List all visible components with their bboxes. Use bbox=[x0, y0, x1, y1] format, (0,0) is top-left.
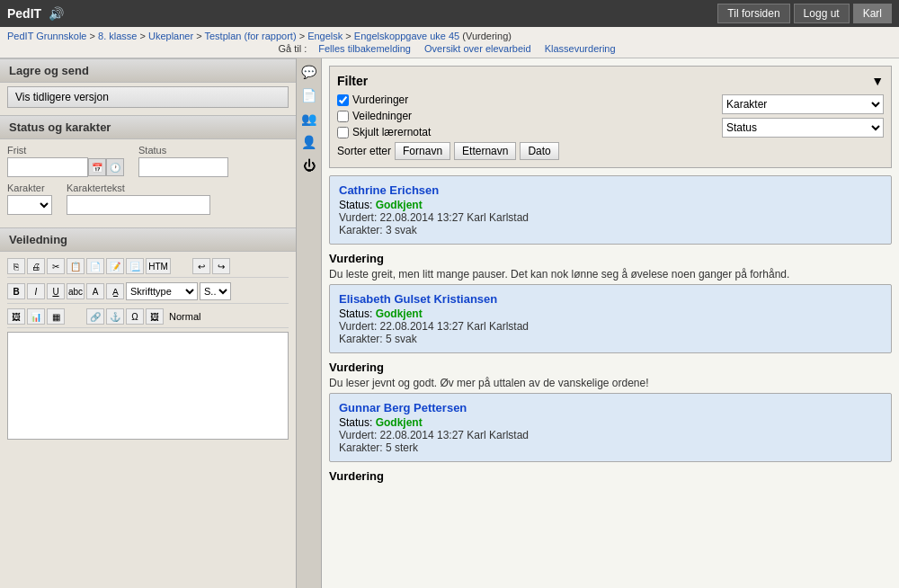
til-forsiden-button[interactable]: Til forsiden bbox=[717, 4, 789, 23]
student-karakter: Karakter: 5 svak bbox=[339, 333, 882, 345]
student-vurdert: Vurdert: 22.08.2014 13:27 Karl Karlstad bbox=[339, 211, 882, 224]
frist-input[interactable] bbox=[7, 157, 88, 177]
tb-spacer2 bbox=[67, 308, 85, 325]
status-input[interactable]: Levert bbox=[138, 157, 228, 177]
student-card: Gunnar Berg Pettersen Status: Godkjent V… bbox=[329, 393, 892, 462]
sort-dato-button[interactable]: Dato bbox=[520, 142, 558, 160]
lagre-og-send-header: Lagre og send bbox=[0, 58, 296, 83]
veiledninger-checkbox[interactable] bbox=[337, 111, 349, 122]
breadcrumb-link-ukeplaner[interactable]: Ukeplaner bbox=[148, 31, 193, 41]
vurderinger-checkbox[interactable] bbox=[337, 94, 349, 106]
veiledning-editor[interactable] bbox=[7, 332, 289, 440]
vis-tidligere-versjon-button[interactable]: Vis tidligere versjon bbox=[7, 86, 289, 108]
goto-klasse[interactable]: Klassevurdering bbox=[545, 43, 616, 54]
clock-icon[interactable]: 🕐 bbox=[106, 158, 124, 176]
tb-special[interactable]: Ω bbox=[126, 308, 144, 325]
student-list: Cathrine Erichsen Status: Godkjent Vurde… bbox=[329, 175, 892, 483]
people-icon[interactable]: 👥 bbox=[299, 109, 319, 129]
app-logo: PedIT bbox=[7, 6, 41, 21]
topbar: PedIT 🔊 Til forsiden Logg ut Karl bbox=[0, 0, 899, 27]
karakter-select[interactable] bbox=[7, 195, 52, 215]
breadcrumb-link-klasse[interactable]: 8. klasse bbox=[98, 31, 137, 41]
chat-icon[interactable]: 💬 bbox=[299, 62, 319, 82]
sort-etternavn-button[interactable]: Etternavn bbox=[454, 142, 516, 160]
breadcrumb-path: PedIT Grunnskole > 8. klasse > Ukeplaner… bbox=[7, 31, 892, 41]
tb-paste3[interactable]: 📃 bbox=[126, 258, 144, 274]
frist-label: Frist bbox=[7, 145, 124, 156]
student-card: Elisabeth Gulset Kristiansen Status: God… bbox=[329, 284, 892, 353]
vurdering-label: Vurdering bbox=[329, 252, 892, 265]
breadcrumb-link-oppgave[interactable]: Engelskoppgave uke 45 bbox=[354, 31, 459, 41]
tb-redo[interactable]: ↪ bbox=[212, 258, 230, 274]
tb-bgcolor[interactable]: A̲ bbox=[106, 283, 124, 299]
karakter-filter-select[interactable]: Karakter bbox=[722, 94, 884, 114]
speaker-icon[interactable]: 🔊 bbox=[49, 6, 64, 21]
status-filter-select[interactable]: Status bbox=[722, 118, 884, 138]
filter-options-row: Vurderinger Veiledninger Skjult lærernot… bbox=[337, 94, 884, 138]
vurdering-text: Du leste greit, men litt mange pauser. D… bbox=[329, 268, 892, 281]
karakter-label: Karakter bbox=[7, 183, 52, 193]
user-button[interactable]: Karl bbox=[853, 4, 892, 23]
tb-anchor[interactable]: ⚓ bbox=[106, 308, 124, 325]
frist-input-wrap: 📅 🕐 bbox=[7, 157, 124, 177]
sort-row: Sorter etter Fornavn Etternavn Dato bbox=[337, 142, 884, 160]
status-value: Godkjent bbox=[376, 199, 423, 211]
calendar-icon[interactable]: 📅 bbox=[88, 158, 106, 176]
vurdering-text: Du leser jevnt og godt. Øv mer på uttale… bbox=[329, 377, 892, 389]
tb-undo[interactable]: ↩ bbox=[192, 258, 210, 274]
tb-html[interactable]: HTM bbox=[146, 258, 171, 274]
tb-image[interactable]: 🖼 bbox=[7, 308, 25, 325]
tb-abc[interactable]: abc bbox=[67, 283, 85, 299]
tb-link[interactable]: 🔗 bbox=[86, 308, 104, 325]
student-card: Cathrine Erichsen Status: Godkjent Vurde… bbox=[329, 175, 892, 245]
skjult-checkbox[interactable] bbox=[337, 127, 349, 138]
tb-paste2[interactable]: 📝 bbox=[106, 258, 124, 274]
tb-chart[interactable]: 📊 bbox=[27, 308, 45, 325]
breadcrumb-link-pedit[interactable]: PedIT Grunnskole bbox=[7, 31, 86, 41]
goto-felles[interactable]: Felles tilbakemelding bbox=[318, 43, 411, 54]
student-name[interactable]: Cathrine Erichsen bbox=[339, 183, 882, 197]
goto-row: Gå til : Felles tilbakemelding Oversikt … bbox=[7, 43, 892, 54]
filter-funnel-icon[interactable]: ▼ bbox=[871, 74, 884, 88]
student-karakter: Karakter: 3 svak bbox=[339, 224, 882, 236]
lagre-og-send-section: Vis tidligere versjon bbox=[0, 86, 296, 115]
tb-print[interactable]: 🖨 bbox=[27, 258, 45, 274]
sorter-etter-label: Sorter etter bbox=[337, 145, 391, 157]
tb-fontcolor[interactable]: A bbox=[86, 283, 104, 299]
power-icon[interactable]: ⏻ bbox=[299, 156, 319, 175]
student-vurdert: Vurdert: 22.08.2014 13:27 Karl Karlstad bbox=[339, 320, 882, 333]
goto-oversikt[interactable]: Oversikt over elevarbeid bbox=[424, 43, 531, 54]
size-select[interactable]: S... bbox=[200, 282, 231, 300]
student-status: Status: Godkjent bbox=[339, 307, 882, 320]
breadcrumb-link-testplan[interactable]: Testplan (for rapport) bbox=[204, 31, 296, 41]
skjult-check-item: Skjult lærernotat bbox=[337, 126, 431, 138]
main-layout: Lagre og send Vis tidligere versjon Stat… bbox=[0, 58, 899, 588]
font-select[interactable]: Skrifttype bbox=[126, 282, 198, 300]
status-og-karakter-header: Status og karakter bbox=[0, 115, 296, 139]
tb-bold[interactable]: B bbox=[7, 283, 25, 299]
tb-copy1[interactable]: ⎘ bbox=[7, 258, 25, 274]
tb-img2[interactable]: 🖼 bbox=[146, 308, 164, 325]
student-status: Status: Godkjent bbox=[339, 199, 882, 211]
sidebar-icons: 💬 📄 👥 👤 ⏻ bbox=[297, 58, 322, 588]
tb-cut[interactable]: ✂ bbox=[47, 258, 65, 274]
skjult-label: Skjult lærernotat bbox=[352, 126, 431, 138]
tb-copy2[interactable]: 📋 bbox=[67, 258, 85, 274]
student-name[interactable]: Elisabeth Gulset Kristiansen bbox=[339, 292, 882, 306]
status-og-karakter-section: Frist 📅 🕐 Status Levert Karakter bbox=[0, 145, 296, 227]
tb-paste1[interactable]: 📄 bbox=[86, 258, 104, 274]
person-icon[interactable]: 👤 bbox=[299, 132, 319, 152]
left-panel: Lagre og send Vis tidligere versjon Stat… bbox=[0, 58, 297, 588]
breadcrumb-suffix: (Vurdering) bbox=[462, 31, 512, 41]
tb-italic[interactable]: I bbox=[27, 283, 45, 299]
tb-underline[interactable]: U bbox=[47, 283, 65, 299]
sort-fornavn-button[interactable]: Fornavn bbox=[395, 142, 450, 160]
logg-ut-button[interactable]: Logg ut bbox=[794, 4, 850, 23]
document-icon[interactable]: 📄 bbox=[299, 85, 319, 105]
tb-table[interactable]: ▦ bbox=[47, 308, 65, 325]
normal-label: Normal bbox=[169, 311, 200, 322]
student-name[interactable]: Gunnar Berg Pettersen bbox=[339, 401, 882, 414]
breadcrumb-link-engelsk[interactable]: Engelsk bbox=[307, 31, 343, 41]
karaktertekst-input[interactable] bbox=[67, 195, 210, 215]
veiledning-section: ⎘ 🖨 ✂ 📋 📄 📝 📃 HTM ↩ ↪ B I U abc A A̲ bbox=[0, 255, 296, 450]
